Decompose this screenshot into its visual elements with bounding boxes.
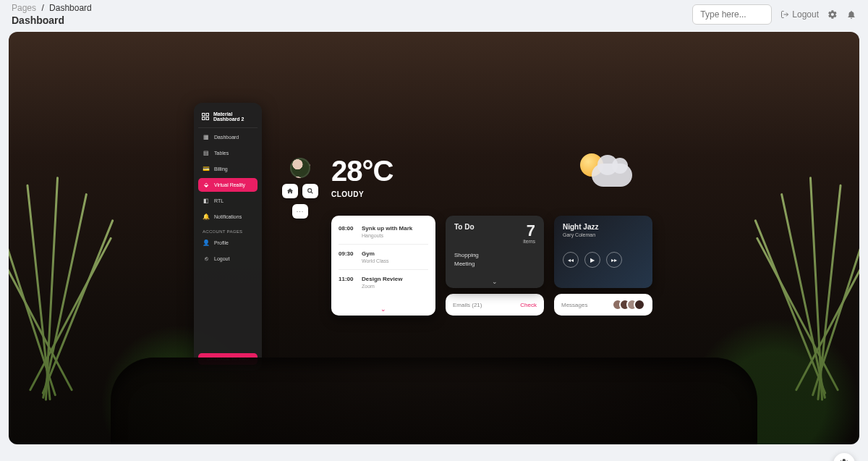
more-button[interactable]: ··· bbox=[292, 204, 308, 219]
schedule-sub: World Class bbox=[362, 258, 389, 263]
logout-link[interactable]: Logout bbox=[780, 9, 819, 20]
music-column: Night Jazz Gary Coleman ◂◂ ▶ ▸▸ Messages bbox=[554, 216, 652, 316]
music-artist: Gary Coleman bbox=[563, 232, 644, 237]
vr-icon: ⬙ bbox=[203, 182, 210, 188]
schedule-row[interactable]: 11:00 Design Review Zoom bbox=[331, 272, 435, 292]
music-card: Night Jazz Gary Coleman ◂◂ ▶ ▸▸ bbox=[554, 216, 652, 288]
todo-column: To Do 7 items Shopping Meeting ⌄ Emails … bbox=[446, 216, 544, 316]
settings-icon[interactable] bbox=[827, 9, 838, 20]
svg-rect-2 bbox=[206, 114, 209, 117]
emails-card[interactable]: Emails (21) Check bbox=[446, 294, 544, 316]
dashboard-icon: ▦ bbox=[203, 134, 210, 140]
weather-condition: CLOUDY bbox=[331, 190, 393, 198]
svg-rect-4 bbox=[206, 117, 209, 120]
skip-forward-icon: ▸▸ bbox=[611, 257, 617, 263]
schedule-time: 11:00 bbox=[339, 276, 357, 289]
sidebar-item-label: RTL bbox=[214, 198, 224, 203]
top-right: Logout bbox=[692, 4, 856, 25]
todo-title: To Do bbox=[454, 223, 475, 231]
chevron-down-icon: ⌄ bbox=[380, 305, 386, 313]
sidebar-item-billing[interactable]: 💳 Billing bbox=[198, 162, 258, 176]
schedule-time: 09:30 bbox=[339, 250, 357, 263]
breadcrumb-separator: / bbox=[41, 3, 43, 13]
schedule-row[interactable]: 09:30 Gym World Class bbox=[331, 247, 435, 267]
music-controls: ◂◂ ▶ ▸▸ bbox=[563, 252, 644, 268]
sidebar-brand[interactable]: Material Dashboard 2 bbox=[198, 109, 258, 128]
sidebar-item-label: Tables bbox=[214, 151, 229, 156]
logout-label: Logout bbox=[792, 9, 819, 20]
avatar[interactable] bbox=[290, 158, 310, 178]
ellipsis-icon: ··· bbox=[297, 208, 305, 215]
next-button[interactable]: ▸▸ bbox=[606, 252, 622, 268]
tables-icon: ▤ bbox=[203, 150, 210, 156]
schedule-title: Gym bbox=[362, 250, 389, 257]
notifications-icon: 🔔 bbox=[203, 213, 210, 220]
schedule-sub: Zoom bbox=[362, 284, 402, 289]
home-button[interactable] bbox=[282, 184, 298, 198]
billing-icon: 💳 bbox=[203, 166, 210, 172]
temperature: 28°C bbox=[331, 155, 393, 187]
play-button[interactable]: ▶ bbox=[584, 252, 600, 268]
breadcrumb-block: Pages / Dashboard Dashboard bbox=[12, 3, 92, 26]
schedule-title: Synk up with Mark bbox=[362, 225, 412, 232]
schedule-expand[interactable]: ⌄ bbox=[331, 305, 435, 313]
weather-widget: 28°C CLOUDY bbox=[331, 155, 393, 198]
schedule-sub: Hangouts bbox=[362, 233, 412, 238]
todo-card: To Do 7 items Shopping Meeting ⌄ bbox=[446, 216, 544, 288]
emails-label: Emails (21) bbox=[453, 302, 482, 308]
decor-plant-left bbox=[9, 169, 110, 401]
sidebar-section-label: ACCOUNT PAGES bbox=[203, 229, 255, 234]
sidebar-item-label: Virtual Reality bbox=[214, 182, 245, 187]
cards-row: 08:00 Synk up with Mark Hangouts 09:30 G… bbox=[331, 216, 652, 316]
chevron-down-icon: ⌄ bbox=[492, 278, 498, 285]
sidebar-item-virtual-reality[interactable]: ⬙ Virtual Reality bbox=[198, 178, 258, 192]
svg-rect-3 bbox=[203, 117, 205, 120]
search-button[interactable] bbox=[302, 184, 318, 198]
prev-button[interactable]: ◂◂ bbox=[563, 252, 579, 268]
schedule-time: 08:00 bbox=[339, 225, 357, 238]
todo-count: 7 items bbox=[523, 223, 535, 244]
quick-column: ··· bbox=[282, 158, 318, 219]
logout-icon: ⎋ bbox=[203, 255, 210, 262]
todo-item: Shopping bbox=[454, 251, 535, 260]
brand-icon bbox=[201, 112, 210, 121]
search-input[interactable] bbox=[692, 4, 772, 25]
emails-check-link[interactable]: Check bbox=[520, 302, 537, 308]
topbar: Pages / Dashboard Dashboard Logout bbox=[0, 0, 868, 30]
schedule-row[interactable]: 08:00 Synk up with Mark Hangouts bbox=[331, 221, 435, 242]
todo-expand[interactable]: ⌄ bbox=[446, 278, 544, 285]
sidebar-item-label: Billing bbox=[214, 166, 228, 172]
sidebar-item-logout[interactable]: ⎋ Logout bbox=[198, 252, 258, 266]
music-title: Night Jazz bbox=[563, 223, 644, 231]
footer-links: Product Support bbox=[739, 453, 855, 461]
sidebar-item-notifications[interactable]: 🔔 Notifications bbox=[198, 210, 258, 224]
play-icon: ▶ bbox=[590, 257, 595, 263]
upgrade-button[interactable]: UPGRADE TO PRO bbox=[198, 353, 258, 365]
sidebar-item-profile[interactable]: 👤 Profile bbox=[198, 236, 258, 250]
pill-row bbox=[282, 184, 318, 198]
schedule-card: 08:00 Synk up with Mark Hangouts 09:30 G… bbox=[331, 216, 435, 316]
home-icon bbox=[286, 187, 294, 195]
sidebar-item-label: Logout bbox=[214, 256, 229, 261]
todo-count-label: items bbox=[523, 239, 535, 244]
messages-card[interactable]: Messages bbox=[554, 294, 652, 316]
page-title: Dashboard bbox=[12, 14, 92, 26]
logout-icon bbox=[780, 10, 789, 19]
settings-fab[interactable] bbox=[833, 453, 855, 461]
profile-icon: 👤 bbox=[203, 240, 210, 246]
search-icon bbox=[307, 187, 314, 195]
bell-icon[interactable] bbox=[846, 9, 856, 20]
sidebar-item-dashboard[interactable]: ▦ Dashboard bbox=[198, 130, 258, 144]
sidebar-item-tables[interactable]: ▤ Tables bbox=[198, 146, 258, 160]
sidebar-item-rtl[interactable]: ◧ RTL bbox=[198, 194, 258, 208]
skip-back-icon: ◂◂ bbox=[568, 257, 574, 263]
svg-line-6 bbox=[311, 192, 312, 193]
avatar[interactable] bbox=[634, 299, 645, 310]
sidebar-item-label: Notifications bbox=[214, 214, 242, 219]
messages-avatars bbox=[612, 299, 645, 310]
breadcrumb-current: Dashboard bbox=[49, 3, 92, 13]
todo-count-number: 7 bbox=[527, 221, 535, 240]
breadcrumb-root[interactable]: Pages bbox=[12, 3, 36, 13]
sidebar-brand-label: Material Dashboard 2 bbox=[213, 111, 255, 122]
schedule-title: Design Review bbox=[362, 276, 402, 282]
